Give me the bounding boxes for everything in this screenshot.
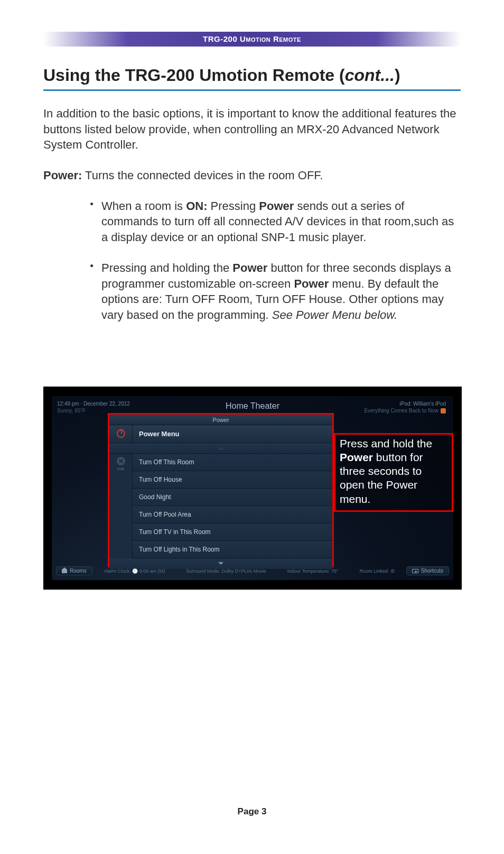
- scroll-up[interactable]: [109, 443, 332, 454]
- b1-b: ON:: [186, 199, 207, 213]
- ipod-label: iPod: William's iPod: [364, 400, 446, 407]
- shortcuts-label: Shortcuts: [421, 568, 443, 574]
- panel-header: Power Menu: [109, 425, 332, 443]
- b2-d: Power: [294, 277, 329, 290]
- exit-button[interactable]: exit: [109, 454, 133, 558]
- b1-c: Pressing: [208, 199, 259, 213]
- power-label: Power:: [43, 169, 82, 182]
- rooms-label: Rooms: [70, 568, 87, 574]
- callout-b: Power: [340, 451, 373, 463]
- power-paragraph: Power: Turns the connected devices in th…: [43, 168, 461, 183]
- room-linked: Room Linked: ⊘: [360, 568, 395, 574]
- rooms-button[interactable]: Rooms: [56, 566, 92, 575]
- power-menu-list: Turn Off This Room Turn Off House Good N…: [133, 454, 332, 558]
- bullet-2: Pressing and holding the Power button fo…: [90, 260, 461, 323]
- now-playing-icon: [441, 408, 446, 414]
- heading-rule: [43, 89, 461, 91]
- now-playing: Everything Comes Back to Now: [364, 408, 438, 414]
- status-top-right: iPod: William's iPod Everything Comes Ba…: [364, 400, 446, 414]
- shortcuts-button[interactable]: Shortcuts: [406, 566, 449, 575]
- page-heading: Using the TRG-200 Umotion Remote (cont..…: [43, 66, 461, 85]
- list-item[interactable]: Good Night: [133, 489, 332, 506]
- chevron-down-icon: [218, 562, 223, 565]
- list-item[interactable]: Turn Off House: [133, 471, 332, 489]
- linked-label: Room Linked:: [360, 568, 389, 574]
- b2-f: See Power Menu below.: [272, 308, 397, 322]
- page-number: Page 3: [0, 806, 504, 817]
- shortcuts-icon: [412, 569, 418, 573]
- close-icon: [117, 457, 125, 465]
- screenshot: 12:49 pm · December 22, 2012 Sunny, 65°F…: [43, 387, 462, 590]
- alarm-status: Alarm Clock: 🕗 9:00 am (M): [104, 568, 165, 574]
- callout-box: Press and hold the Power button for thre…: [334, 433, 453, 512]
- b2-b: Power: [232, 261, 267, 274]
- indoor-temp: Indoor Temperature: 75°: [287, 568, 339, 574]
- heading-paren-close: ): [395, 66, 400, 85]
- bottom-bar: Rooms Alarm Clock: 🕗 9:00 am (M) Surroun…: [56, 565, 449, 577]
- exit-label: exit: [109, 466, 132, 471]
- power-desc: Turns the connected devices in the room …: [82, 169, 323, 182]
- header-band: TRG-200 Umotion Remote: [43, 32, 461, 47]
- callout-a: Press and hold the: [340, 437, 432, 449]
- link-icon: ⊘: [390, 568, 395, 574]
- panel-tab[interactable]: Power: [109, 415, 332, 425]
- b1-d: Power: [259, 199, 294, 213]
- list-item[interactable]: Turn Off This Room: [133, 454, 332, 471]
- heading-paren-open: (: [339, 66, 345, 85]
- heading-main: Using the TRG-200 Umotion Remote: [43, 66, 339, 85]
- list-item[interactable]: Turn Off Pool Area: [133, 506, 332, 524]
- intro-paragraph: In addition to the basic options, it is …: [43, 106, 461, 153]
- surround-status: Surround Mode: Dolby D+PLIIx Movie: [186, 568, 266, 574]
- panel-title: Power Menu: [133, 430, 180, 438]
- power-icon: [117, 429, 125, 438]
- list-item[interactable]: Turn Off Lights in This Room: [133, 541, 332, 558]
- heading-cont: cont...: [345, 66, 395, 85]
- alarm-label: Alarm Clock:: [104, 568, 131, 574]
- list-item[interactable]: Turn Off TV in This Room: [133, 524, 332, 541]
- power-button[interactable]: [109, 425, 133, 443]
- b2-a: Pressing and holding the: [101, 261, 232, 274]
- bullet-1: When a room is ON: Pressing Power sends …: [90, 198, 461, 245]
- power-panel-highlight: Power Power Menu exit: [108, 413, 334, 567]
- b1-a: When a room is: [101, 199, 186, 213]
- chevron-up-icon: [218, 447, 223, 449]
- alarm-value: 9:00 am (M): [139, 568, 165, 574]
- home-icon: [62, 568, 67, 573]
